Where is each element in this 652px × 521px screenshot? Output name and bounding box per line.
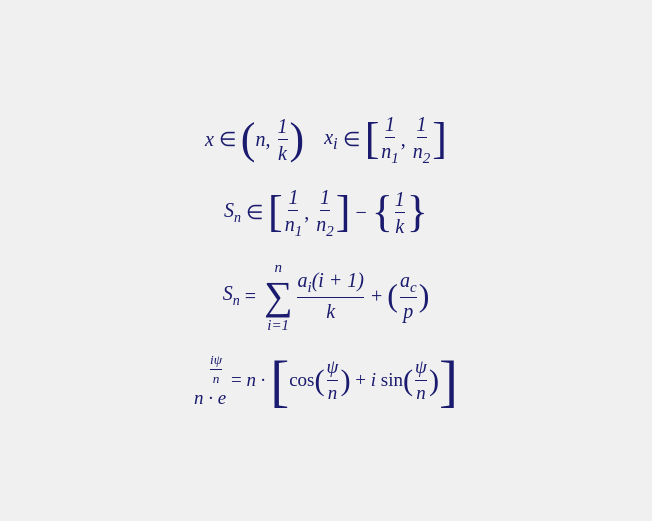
frac-1-n1: 1 n1: [381, 112, 399, 167]
var-Sn-3: Sn: [223, 281, 240, 310]
frac-1-n2: 1 n2: [413, 112, 431, 167]
formula-line-4: iψ n n · e = n · [ cos ( ψ n ) + i sin (…: [194, 352, 458, 410]
sin-label: sin: [376, 369, 403, 392]
big-bracket-left-4: [: [270, 352, 289, 409]
brace-right-1: }: [407, 190, 428, 234]
frac-den-n1-2: n1: [285, 211, 303, 240]
spacer-1: [304, 127, 324, 151]
comma-2: ,: [401, 127, 411, 151]
formula-line-1: x ∈ ( n , 1 k ) xi ∈ [ 1 n1 , 1 n2 ]: [205, 112, 447, 167]
var-Sn-2: Sn: [224, 198, 241, 227]
sum-lower: i=1: [267, 316, 289, 334]
frac-ac-den: p: [403, 298, 413, 323]
formula-line-2: Sn ∈ [ 1 n1 , 1 n2 ] − { 1 k }: [224, 185, 428, 240]
var-xi: xi: [324, 125, 338, 154]
brace-left-1: {: [372, 190, 393, 234]
bracket-right-2: ]: [432, 117, 447, 161]
cos-label: cos: [289, 369, 314, 392]
paren-right-cos: ): [340, 362, 350, 398]
frac-den-n2-2: n2: [316, 211, 334, 240]
frac-num-4: 1: [288, 185, 298, 211]
equals-1: =: [240, 284, 261, 308]
cos-frac-den: n: [328, 381, 338, 405]
frac-1-n2-2: 1 n2: [316, 185, 334, 240]
frac-ai: ai(i + 1) k: [297, 268, 364, 323]
frac-num-3: 1: [417, 112, 427, 138]
comma-3: ,: [304, 200, 314, 224]
element-of-1: ∈: [214, 127, 241, 151]
paren-left-1: (: [241, 117, 256, 161]
dot-2: ·: [256, 369, 270, 392]
big-bracket-right-4: ]: [439, 352, 458, 409]
paren-left-sin: (: [403, 362, 413, 398]
frac-ai-num: ai(i + 1): [297, 268, 364, 298]
paren-right-sin: ): [429, 362, 439, 398]
euler-exponent: iψ n: [208, 352, 224, 387]
frac-ipsi-n-exp: iψ n: [210, 352, 222, 387]
frac-ai-den: k: [326, 298, 335, 323]
minus-1: −: [350, 200, 371, 224]
exp-num: iψ: [210, 352, 222, 370]
comma-1: ,: [266, 127, 276, 151]
euler-term: iψ n n · e: [194, 352, 226, 410]
paren-left-3: (: [387, 276, 398, 314]
var-n-2: n: [246, 369, 256, 392]
frac-num-2: 1: [385, 112, 395, 138]
frac-num-6: 1: [395, 187, 405, 213]
frac-psi-n-cos: ψ n: [327, 356, 339, 405]
paren-right-1: ): [290, 117, 305, 161]
frac-ac-num: ac: [400, 268, 417, 298]
cos-frac-num: ψ: [327, 356, 339, 381]
formula-line-3: Sn = n ∑ i=1 ai(i + 1) k + ( ac p ): [223, 258, 430, 334]
summation: n ∑ i=1: [264, 258, 293, 334]
frac-den-n2: n2: [413, 138, 431, 167]
math-container: x ∈ ( n , 1 k ) xi ∈ [ 1 n1 , 1 n2 ] Sn …: [0, 0, 652, 521]
paren-right-3: ): [419, 276, 430, 314]
plus-1: +: [366, 284, 387, 308]
element-of-3: ∈: [241, 200, 268, 224]
bracket-left-2: [: [365, 117, 380, 161]
frac-den-k-2: k: [395, 213, 404, 238]
sum-symbol: ∑: [264, 276, 293, 316]
var-x: x: [205, 127, 214, 151]
frac-1-k: 1 k: [278, 114, 288, 165]
frac-1-n1-2: 1 n1: [285, 185, 303, 240]
frac-1-k-2: 1 k: [395, 187, 405, 238]
paren-left-cos: (: [314, 362, 324, 398]
frac-ac-p: ac p: [400, 268, 417, 323]
frac-psi-n-sin: ψ n: [415, 356, 427, 405]
element-of-2: ∈: [338, 127, 365, 151]
sin-frac-den: n: [416, 381, 426, 405]
euler-base-n: n · e: [194, 387, 226, 410]
frac-den-n1: n1: [381, 138, 399, 167]
equals-2: =: [226, 369, 246, 392]
bracket-left-3: [: [268, 190, 283, 234]
frac-num-1: 1: [278, 114, 288, 140]
sin-frac-num: ψ: [415, 356, 427, 381]
frac-den-k: k: [278, 140, 287, 165]
plus-2: +: [351, 369, 371, 392]
bracket-right-3: ]: [336, 190, 351, 234]
frac-num-5: 1: [320, 185, 330, 211]
var-n: n: [256, 127, 266, 151]
exp-den: n: [213, 370, 220, 387]
